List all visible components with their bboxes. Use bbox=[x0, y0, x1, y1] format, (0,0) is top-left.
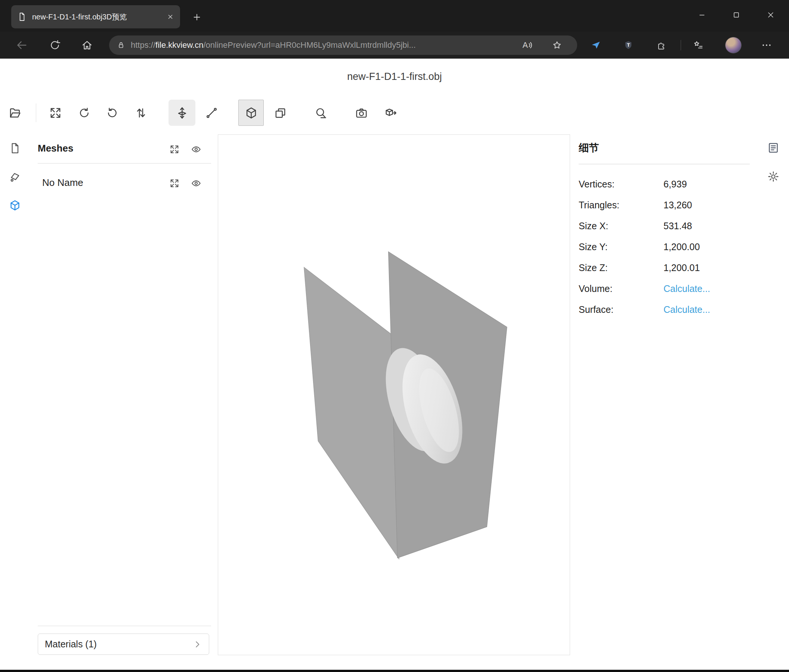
details-row-size-x: Size X: 531.48 bbox=[579, 215, 750, 236]
orthographic-view-button[interactable] bbox=[270, 103, 290, 123]
favorite-star-button[interactable] bbox=[549, 37, 565, 53]
svg-text:T: T bbox=[627, 42, 630, 48]
mesh-item-name: No Name bbox=[42, 177, 83, 188]
details-value: 531.48 bbox=[663, 221, 692, 231]
details-list-button[interactable] bbox=[763, 138, 783, 158]
mesh-item-visibility-button[interactable] bbox=[190, 178, 202, 189]
materials-rail-button[interactable] bbox=[5, 167, 25, 187]
navbar-divider bbox=[680, 40, 681, 50]
svg-text:A: A bbox=[523, 41, 528, 49]
calculate-surface-link[interactable]: Calculate... bbox=[663, 304, 710, 315]
meshes-divider bbox=[38, 163, 211, 164]
rotate-y-button[interactable] bbox=[102, 103, 122, 123]
mesh-item-fit-button[interactable] bbox=[169, 178, 180, 189]
details-value: 1,200.00 bbox=[663, 242, 700, 252]
page-favicon-icon bbox=[17, 12, 27, 22]
model-plane-left bbox=[304, 267, 399, 559]
model-tree-button[interactable] bbox=[5, 195, 25, 215]
url-domain: file.kkview.cn bbox=[155, 40, 203, 49]
export-model-button[interactable] bbox=[380, 103, 401, 123]
url-text: https://file.kkview.cn/onlinePreview?url… bbox=[131, 40, 416, 50]
read-aloud-button[interactable]: A bbox=[519, 37, 535, 53]
toolbar-separator bbox=[36, 104, 36, 122]
move-tool-button[interactable] bbox=[168, 100, 195, 126]
details-row-triangles: Triangles: 13,260 bbox=[579, 194, 750, 215]
details-label: Size X: bbox=[579, 221, 663, 231]
details-value: 6,939 bbox=[663, 179, 687, 189]
details-row-size-z: Size Z: 1,200.01 bbox=[579, 257, 750, 278]
more-options-button[interactable] bbox=[759, 37, 775, 53]
details-row-volume: Volume: Calculate... bbox=[579, 278, 750, 299]
details-divider bbox=[579, 164, 750, 164]
fit-view-button[interactable] bbox=[45, 103, 65, 123]
details-label: Volume: bbox=[579, 283, 663, 294]
refresh-button[interactable] bbox=[47, 37, 63, 53]
measure-line-button[interactable] bbox=[201, 103, 222, 123]
meshes-visibility-button[interactable] bbox=[190, 144, 202, 155]
maximize-button[interactable] bbox=[724, 3, 749, 27]
browser-tab[interactable]: new-F1-D1-1-first.obj3D预览 bbox=[11, 5, 180, 29]
page-title: new-F1-D1-1-first.obj bbox=[0, 71, 789, 83]
model-scene bbox=[218, 135, 570, 655]
extensions-puzzle-icon[interactable] bbox=[653, 37, 670, 53]
meshes-fit-button[interactable] bbox=[169, 144, 180, 155]
details-value: 13,260 bbox=[663, 200, 692, 210]
details-label: Size Z: bbox=[579, 263, 663, 273]
new-tab-button[interactable] bbox=[188, 9, 205, 25]
rotate-x-button[interactable] bbox=[74, 103, 94, 123]
open-model-button[interactable] bbox=[5, 103, 25, 123]
user-avatar[interactable] bbox=[725, 37, 741, 53]
extension-blue-icon[interactable] bbox=[588, 37, 604, 53]
file-info-button[interactable] bbox=[5, 138, 25, 158]
details-row-size-y: Size Y: 1,200.00 bbox=[579, 236, 750, 257]
tab-title: new-F1-D1-1-first.obj3D预览 bbox=[32, 12, 161, 22]
meshes-panel-header: Meshes bbox=[38, 143, 73, 154]
home-button[interactable] bbox=[79, 37, 95, 53]
measure-loupe-button[interactable] bbox=[310, 103, 331, 123]
chevron-right-icon bbox=[192, 640, 202, 649]
details-row-vertices: Vertices: 6,939 bbox=[579, 174, 750, 194]
minimize-button[interactable] bbox=[690, 3, 714, 27]
browser-titlebar: new-F1-D1-1-first.obj3D预览 bbox=[0, 0, 789, 32]
tab-close-icon[interactable] bbox=[167, 13, 174, 21]
url-path: /onlinePreview?url=aHR0cHM6Ly9maWxlLmtrd… bbox=[203, 40, 415, 49]
back-button[interactable] bbox=[13, 37, 30, 53]
details-rows: Vertices: 6,939 Triangles: 13,260 Size X… bbox=[579, 174, 750, 320]
details-row-surface: Surface: Calculate... bbox=[579, 299, 750, 320]
model-viewport[interactable] bbox=[218, 134, 570, 655]
details-label: Size Y: bbox=[579, 242, 663, 252]
extension-shield-icon[interactable]: T bbox=[620, 37, 637, 53]
materials-button-label: Materials (1) bbox=[45, 639, 97, 650]
perspective-view-button[interactable] bbox=[238, 100, 264, 126]
materials-divider bbox=[38, 626, 211, 626]
settings-gear-button[interactable] bbox=[763, 167, 783, 187]
details-label: Triangles: bbox=[579, 200, 663, 210]
favorites-hub-button[interactable] bbox=[690, 37, 706, 53]
address-bar[interactable]: https://file.kkview.cn/onlinePreview?url… bbox=[109, 35, 577, 55]
screenshot-button[interactable] bbox=[351, 103, 371, 123]
close-button[interactable] bbox=[759, 3, 783, 27]
details-panel-header: 细节 bbox=[579, 141, 599, 154]
calculate-volume-link[interactable]: Calculate... bbox=[663, 283, 710, 294]
details-label: Vertices: bbox=[579, 179, 663, 189]
url-scheme: https:// bbox=[131, 40, 155, 49]
details-value: 1,200.01 bbox=[663, 263, 700, 273]
materials-button[interactable]: Materials (1) bbox=[38, 634, 209, 655]
window-bottom-edge bbox=[0, 670, 789, 672]
swap-vertical-button[interactable] bbox=[131, 103, 151, 123]
details-label: Surface: bbox=[579, 304, 663, 315]
lock-icon[interactable] bbox=[117, 41, 126, 49]
